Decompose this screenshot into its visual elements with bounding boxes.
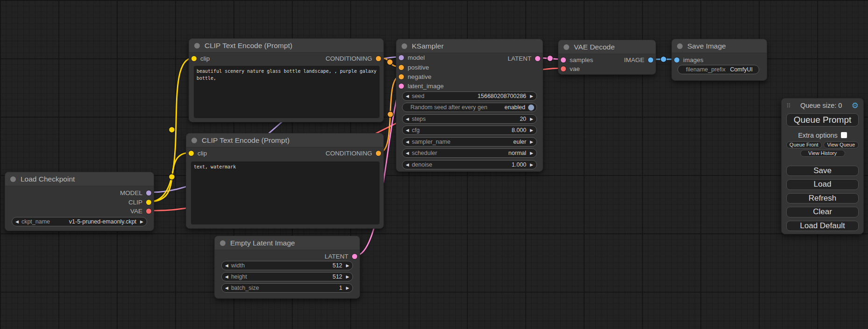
latent-image-input-dot[interactable] [399, 84, 404, 89]
view-queue-button[interactable]: View Queue [824, 141, 859, 148]
node-vae-decode[interactable]: VAE Decode samples IMAGE vae [558, 40, 656, 75]
node-title-bar[interactable]: CLIP Text Encode (Prompt) [186, 133, 383, 147]
settings-gear-icon[interactable]: ⚙ [852, 102, 859, 110]
cfg-widget[interactable]: ◀ cfg 8.000 ▶ [402, 126, 537, 135]
node-title-bar[interactable]: Empty Latent Image [215, 236, 360, 250]
negative-input-dot[interactable] [399, 74, 404, 79]
load-default-button[interactable]: Load Default [786, 221, 859, 231]
ckpt-name-widget[interactable]: ◀ ckpt_name v1-5-pruned-emaonly.ckpt ▶ [12, 217, 147, 226]
decrement-arrow-icon[interactable]: ◀ [406, 151, 409, 155]
input-slot-positive: positive [399, 63, 429, 71]
widget-value: ComfyUI [730, 66, 753, 73]
node-clip-text-encode-positive[interactable]: CLIP Text Encode (Prompt) clip CONDITION… [189, 38, 384, 122]
increment-arrow-icon[interactable]: ▶ [530, 163, 533, 167]
increment-arrow-icon[interactable]: ▶ [346, 286, 349, 290]
decrement-arrow-icon[interactable]: ◀ [406, 94, 409, 98]
image-output-dot[interactable] [648, 57, 653, 63]
load-button[interactable]: Load [786, 179, 859, 189]
conditioning-output-dot[interactable] [376, 56, 381, 61]
node-ksampler[interactable]: KSampler model LATENT positive negative … [396, 39, 543, 172]
collapse-dot-icon[interactable] [194, 43, 200, 49]
negative-prompt-textarea[interactable]: text, watermark [191, 161, 380, 224]
images-input-dot[interactable] [674, 57, 679, 63]
node-save-image[interactable]: Save Image images filename_prefix ComfyU… [671, 39, 767, 81]
scheduler-widget[interactable]: ◀ scheduler normal ▶ [402, 148, 537, 158]
output-slot-model: MODEL [120, 189, 151, 197]
increment-arrow-icon[interactable]: ▶ [346, 264, 349, 268]
collapse-dot-icon[interactable] [10, 176, 16, 182]
vae-input-dot[interactable] [561, 66, 566, 71]
node-empty-latent-image[interactable]: Empty Latent Image LATENT ◀ width 512 ▶ … [214, 236, 360, 299]
save-button[interactable]: Save [786, 166, 859, 176]
decrement-arrow-icon[interactable]: ◀ [406, 140, 409, 144]
increment-arrow-icon[interactable]: ▶ [530, 151, 533, 155]
slot-label: positive [408, 64, 429, 71]
queue-front-button[interactable]: Queue Front [786, 141, 822, 148]
link-midpoint-dot[interactable] [661, 56, 667, 63]
clip-input-dot[interactable] [189, 151, 194, 156]
positive-input-dot[interactable] [399, 65, 404, 70]
increment-arrow-icon[interactable]: ▶ [530, 117, 533, 121]
node-title-bar[interactable]: KSampler [396, 39, 543, 53]
denoise-widget[interactable]: ◀ denoise 1.000 ▶ [402, 160, 537, 169]
node-title-bar[interactable]: CLIP Text Encode (Prompt) [189, 39, 383, 53]
node-clip-text-encode-negative[interactable]: CLIP Text Encode (Prompt) clip CONDITION… [186, 133, 384, 229]
decrement-arrow-icon[interactable]: ◀ [225, 286, 228, 290]
queue-prompt-button[interactable]: Queue Prompt [786, 113, 859, 126]
view-history-button[interactable]: View History [800, 150, 845, 157]
node-title-bar[interactable]: VAE Decode [558, 40, 656, 54]
increment-arrow-icon[interactable]: ▶ [346, 275, 349, 279]
conditioning-output-dot[interactable] [376, 151, 381, 156]
node-title-bar[interactable]: Save Image [672, 39, 767, 53]
decrement-arrow-icon[interactable]: ◀ [406, 117, 409, 121]
collapse-dot-icon[interactable] [191, 138, 197, 143]
width-widget[interactable]: ◀ width 512 ▶ [221, 261, 353, 270]
refresh-button[interactable]: Refresh [786, 193, 859, 203]
drag-handle-icon[interactable]: ⠿ [786, 102, 791, 109]
decrement-arrow-icon[interactable]: ◀ [225, 264, 228, 268]
increment-arrow-icon[interactable]: ▶ [530, 140, 533, 144]
increment-arrow-icon[interactable]: ▶ [140, 220, 143, 224]
slot-label: negative [408, 73, 431, 80]
model-input-dot[interactable] [399, 55, 404, 60]
collapse-dot-icon[interactable] [220, 240, 226, 246]
height-widget[interactable]: ◀ height 512 ▶ [221, 272, 353, 281]
link-midpoint-dot[interactable] [388, 112, 394, 118]
slot-label: MODEL [120, 189, 142, 196]
samples-input-dot[interactable] [561, 57, 566, 63]
clip-output-dot[interactable] [146, 200, 151, 205]
random-seed-toggle-widget[interactable]: Random seed after every gen enabled [402, 103, 537, 112]
node-graph-canvas[interactable]: Load Checkpoint MODEL CLIP VAE ◀ ckpt_na… [0, 0, 868, 329]
sampler-name-widget[interactable]: ◀ sampler_name euler ▶ [402, 137, 537, 147]
latent-output-dot[interactable] [535, 56, 540, 61]
model-output-dot[interactable] [146, 190, 151, 196]
decrement-arrow-icon[interactable]: ◀ [406, 163, 409, 167]
batch-size-widget[interactable]: ◀ batch_size 1 ▶ [221, 283, 353, 293]
seed-widget[interactable]: ◀ seed 156680208700286 ▶ [402, 91, 537, 101]
increment-arrow-icon[interactable]: ▶ [530, 128, 533, 133]
filename-prefix-widget[interactable]: filename_prefix ComfyUI [677, 65, 759, 74]
vae-output-dot[interactable] [146, 209, 151, 214]
decrement-arrow-icon[interactable]: ◀ [406, 128, 409, 133]
collapse-dot-icon[interactable] [402, 43, 407, 49]
toggle-circle-icon[interactable] [528, 105, 534, 111]
node-title-bar[interactable]: Load Checkpoint [5, 172, 154, 186]
steps-widget[interactable]: ◀ steps 20 ▶ [402, 114, 537, 124]
link-midpoint-dot[interactable] [387, 59, 393, 65]
collapse-dot-icon[interactable] [677, 43, 683, 49]
collapse-dot-icon[interactable] [564, 44, 569, 50]
link-midpoint-dot[interactable] [169, 127, 175, 133]
increment-arrow-icon[interactable]: ▶ [530, 94, 533, 98]
decrement-arrow-icon[interactable]: ◀ [15, 220, 19, 224]
node-load-checkpoint[interactable]: Load Checkpoint MODEL CLIP VAE ◀ ckpt_na… [5, 172, 154, 231]
input-slot-clip: clip [191, 54, 210, 63]
extra-options-checkbox[interactable] [841, 132, 847, 138]
clear-button[interactable]: Clear [786, 207, 859, 217]
clip-input-dot[interactable] [191, 56, 197, 61]
latent-output-dot[interactable] [352, 254, 357, 259]
positive-prompt-textarea[interactable]: beautiful scenery nature glass bottle la… [194, 66, 380, 118]
link-midpoint-dot[interactable] [169, 174, 175, 180]
widget-label: height [231, 273, 247, 280]
link-midpoint-dot[interactable] [547, 56, 553, 62]
decrement-arrow-icon[interactable]: ◀ [225, 275, 228, 279]
